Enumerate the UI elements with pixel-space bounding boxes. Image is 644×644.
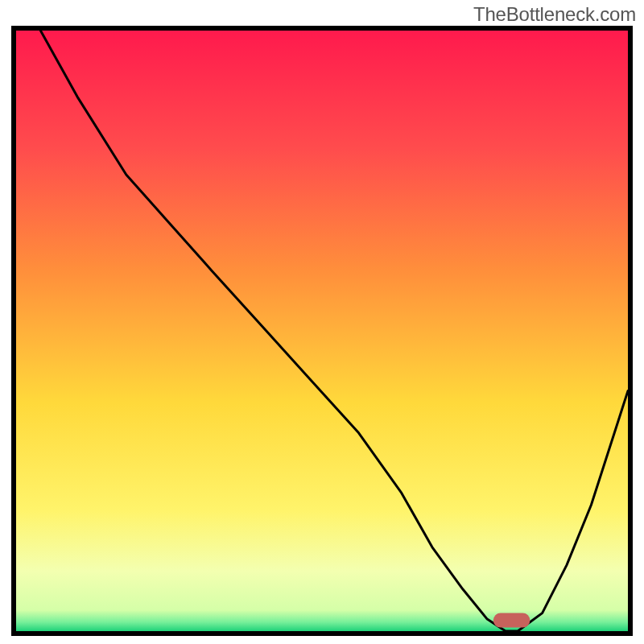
plot-border <box>11 26 633 636</box>
chart-frame: TheBottleneck.com <box>0 0 644 644</box>
chart-svg <box>16 31 628 631</box>
plot-area <box>16 31 628 631</box>
gradient-background <box>16 31 628 631</box>
watermark-text: TheBottleneck.com <box>473 3 636 26</box>
optimal-marker <box>493 613 530 628</box>
